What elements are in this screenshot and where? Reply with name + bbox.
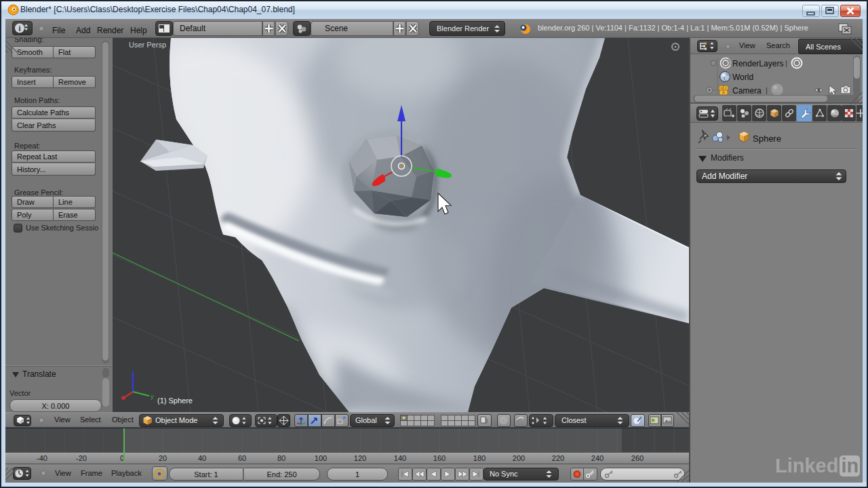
svg-text:(1) Sphere: (1) Sphere — [157, 396, 193, 405]
svg-text:World: World — [732, 73, 753, 82]
svg-text:y: y — [151, 393, 154, 400]
svg-text:|: | — [766, 86, 768, 94]
svg-text:RenderLayers: RenderLayers — [732, 59, 783, 68]
svg-text:Camera: Camera — [732, 86, 762, 96]
svg-text:Sphere: Sphere — [753, 134, 781, 144]
svg-text:User Persp: User Persp — [129, 41, 166, 49]
svg-text:i: i — [18, 24, 20, 33]
svg-text:|: | — [785, 59, 787, 67]
